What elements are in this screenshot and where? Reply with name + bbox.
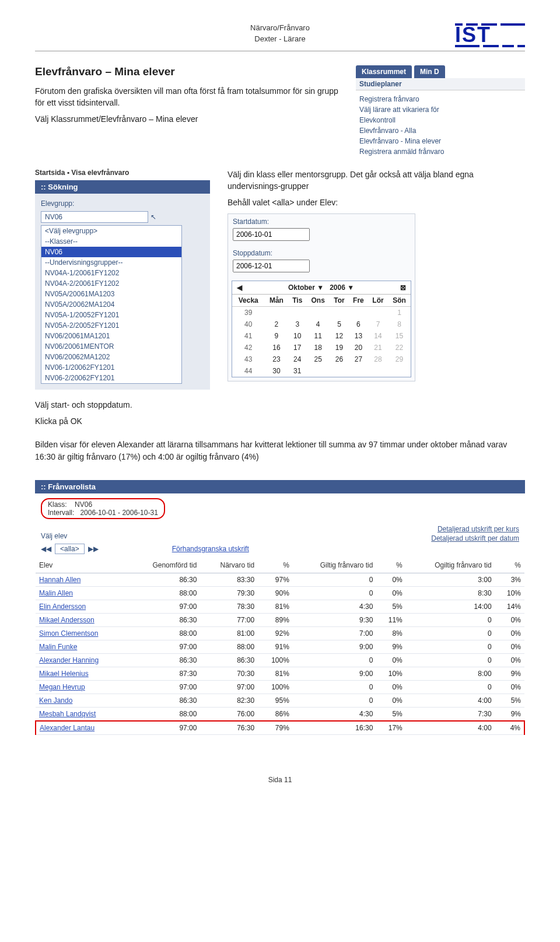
breadcrumb: Startsida ▪ Visa elevfrånvaro [35,169,210,177]
dropdown-option[interactable]: NV06-2/20062FY1201 [41,373,181,383]
calendar-day[interactable]: 20 [349,342,368,353]
dropdown-option[interactable]: NV05A-2/20052FY1201 [41,320,181,331]
link-detalj-datum[interactable]: Detaljerad utskrift per datum [431,534,519,542]
dropdown-option[interactable]: NV05A/20062MA1204 [41,299,181,310]
calendar-year[interactable]: 2006 [330,283,345,292]
elev-select[interactable]: <alla> [55,544,85,554]
calendar-day[interactable]: 11 [306,330,330,342]
first-page-icon[interactable]: ◀◀ [41,545,51,553]
menu-item-active[interactable]: Elevfrånvaro - Mina elever [356,136,525,146]
calendar-day[interactable]: 28 [368,353,388,365]
calendar-day[interactable]: 19 [330,342,349,353]
student-link[interactable]: Mikael Helenius [39,670,89,678]
calendar-day[interactable]: 3 [288,318,306,330]
calendar-day[interactable]: 12 [330,330,349,342]
tab-klassrummet[interactable]: Klassrummet [356,65,412,78]
calendar-day[interactable]: 10 [288,330,306,342]
calendar-day[interactable]: 4 [306,318,330,330]
student-link[interactable]: Mikael Andersson [39,616,94,624]
menu-item[interactable]: Registrera anmäld frånvaro [356,146,525,157]
menu-item[interactable]: Välj lärare att vikariera för [356,104,525,115]
calendar-day[interactable]: 22 [388,342,411,353]
calendar-day[interactable]: 13 [349,330,368,342]
student-link[interactable]: Ken Jando [39,696,72,705]
calendar-day[interactable]: 7 [368,318,388,330]
tab-min-d[interactable]: Min D [414,65,445,78]
dropdown-option[interactable]: NV04A-1/20061FY1202 [41,268,181,278]
calendar-day[interactable]: 6 [349,318,368,330]
table-cell: 86:30 [200,653,258,667]
calendar-week-number: 40 [232,318,265,330]
dropdown-option[interactable]: <Välj elevgrupp> [41,226,181,236]
table-cell: 0 [293,573,377,586]
dropdown-option[interactable]: NV06/20062MA1202 [41,352,181,362]
student-link[interactable]: Hannah Allen [39,576,80,584]
student-link[interactable]: Alexander Hanning [39,656,99,664]
table-cell: 86% [258,707,293,721]
table-row: Hannah Allen86:3083:3097%00%3:003% [36,573,524,586]
calendar-day[interactable]: 29 [388,353,411,365]
table-cell: 17% [376,721,405,735]
calendar-day[interactable]: 2 [265,318,289,330]
calendar-day[interactable]: 24 [288,353,306,365]
calendar-prev-icon[interactable]: ◀ [237,283,242,292]
calendar-day[interactable]: 30 [265,365,289,377]
startdatum-input[interactable] [233,228,310,241]
table-row: Malin Allen88:0079:3090%00%8:3010% [36,586,524,600]
dropdown-option[interactable]: --Klasser-- [41,236,181,247]
calendar-day[interactable]: 31 [288,365,306,377]
calendar-close-icon[interactable]: ⊠ [400,283,406,292]
header-line2: Dexter - Lärare [105,34,455,43]
student-link[interactable]: Malin Funke [39,643,77,651]
table-cell: 0 [293,694,377,707]
calendar-day[interactable]: 14 [368,330,388,342]
menu-item[interactable]: Elevkontroll [356,115,525,125]
calendar-day[interactable]: 26 [330,353,349,365]
calendar[interactable]: ◀ Oktober ▼ 2006 ▼ ⊠ VeckaMånTisOnsTorFr… [232,281,411,377]
calendar-grid[interactable]: VeckaMånTisOnsTorFreLörSön39140234567841… [232,295,411,377]
calendar-day[interactable]: 16 [265,342,289,353]
dropdown-option[interactable]: NV05A-1/20052FY1201 [41,310,181,320]
calendar-month[interactable]: Oktober [288,283,315,292]
student-link[interactable]: Malin Allen [39,589,73,597]
calendar-day[interactable]: 8 [388,318,411,330]
header-line1: Närvaro/Frånvaro [105,23,455,32]
link-forhandsgranska[interactable]: Förhandsgranska utskrift [172,545,249,553]
calendar-day[interactable]: 9 [265,330,289,342]
calendar-day[interactable]: 1 [388,306,411,318]
dropdown-option[interactable]: NV06-1/20062FY1201 [41,362,181,373]
dropdown-option[interactable]: NV05A/20061MA1203 [41,289,181,299]
calendar-day[interactable]: 25 [306,353,330,365]
elevgrupp-select-display[interactable]: NV06 [41,211,148,223]
menu-item[interactable]: Registrera frånvaro [356,94,525,104]
stoppdatum-input[interactable] [233,260,310,272]
calendar-day[interactable]: 17 [288,342,306,353]
calendar-day-header: Ons [306,295,330,307]
table-cell: 88:00 [128,707,200,721]
dropdown-option[interactable]: NV04A-2/20061FY1202 [41,278,181,289]
calendar-day[interactable]: 15 [388,330,411,342]
dropdown-option[interactable]: NV06 [41,247,181,257]
franvaro-table: ElevGenomförd tidNärvaro tid%Giltig från… [35,558,525,735]
table-cell: 14% [495,600,524,613]
student-link[interactable]: Megan Hevrup [39,683,85,691]
student-link[interactable]: Alexander Lantau [40,724,94,732]
student-link[interactable]: Simon Clementson [39,629,98,638]
student-link[interactable]: Mesbah Landqvist [39,710,96,718]
last-page-icon[interactable]: ▶▶ [88,545,99,553]
calendar-day[interactable]: 18 [306,342,330,353]
calendar-day[interactable]: 27 [349,353,368,365]
link-detalj-kurs[interactable]: Detaljerad utskrift per kurs [431,525,519,533]
dropdown-option[interactable]: --Undervisningsgrupper-- [41,257,181,268]
dropdown-option[interactable]: NV06/20061MA1201 [41,331,181,341]
table-cell: 76:30 [200,721,258,735]
calendar-day[interactable]: 21 [368,342,388,353]
calendar-day[interactable]: 5 [330,318,349,330]
student-link[interactable]: Elin Andersson [39,603,86,611]
calendar-day-header: Lör [368,295,388,307]
elevgrupp-dropdown[interactable]: <Välj elevgrupp>--Klasser--NV06--Undervi… [41,225,182,384]
calendar-day [349,306,368,318]
calendar-day[interactable]: 23 [265,353,289,365]
menu-item[interactable]: Elevfrånvaro - Alla [356,125,525,136]
dropdown-option[interactable]: NV06/20061MENTOR [41,341,181,352]
